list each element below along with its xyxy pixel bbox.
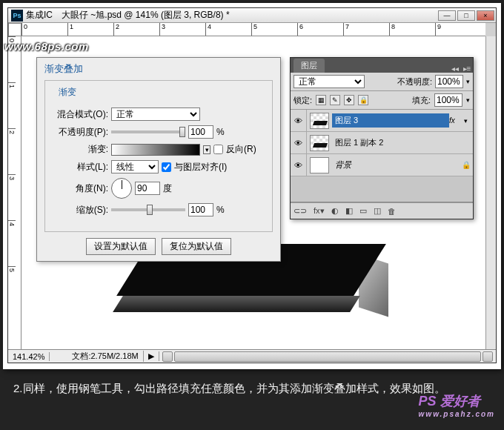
status-arrow[interactable]: ▶: [144, 351, 159, 361]
fx-indicator[interactable]: fx: [449, 116, 464, 125]
visibility-icon[interactable]: 👁: [291, 110, 307, 131]
layer-thumb[interactable]: [310, 135, 329, 151]
layer-opacity-label: 不透明度:: [397, 76, 432, 87]
lock-label: 锁定:: [294, 95, 312, 106]
maximize-button[interactable]: □: [457, 10, 475, 21]
lock-move-icon[interactable]: ✥: [344, 95, 354, 105]
trash-icon[interactable]: 🗑: [388, 207, 396, 216]
gradient-dropdown-icon[interactable]: ▾: [203, 145, 210, 154]
ruler-horizontal[interactable]: 0 1 2 3 4 5 6 7 8 9: [21, 23, 485, 36]
style-label: 样式(L):: [53, 161, 108, 173]
ruler-vertical[interactable]: 0 1 2 3 4 5: [8, 36, 21, 349]
fill-label: 填充:: [412, 95, 431, 106]
opacity-slider[interactable]: [111, 130, 185, 133]
title-bar: Ps 集成IC 大眼仔 ~旭.psd @ 141% (图层 3, RGB/8) …: [8, 8, 496, 23]
reverse-label: 反向(R): [226, 143, 256, 156]
blend-mode-select[interactable]: 正常: [111, 108, 200, 121]
layer-name[interactable]: 图层 3: [332, 113, 449, 128]
layer-row[interactable]: 👁 背景 🔒: [291, 154, 473, 176]
ruler-corner: [8, 23, 21, 36]
reset-default-button[interactable]: 复位为默认值: [162, 238, 231, 255]
chevron-down-icon[interactable]: ▾: [466, 96, 470, 104]
photoshop-window: Ps 集成IC 大眼仔 ~旭.psd @ 141% (图层 3, RGB/8) …: [7, 7, 497, 363]
layer-opacity-input[interactable]: [435, 75, 463, 88]
doc-size: 文档:2.75M/2.18M: [67, 351, 143, 362]
zoom-level[interactable]: 141.42%: [8, 352, 50, 361]
scale-label: 缩放(S):: [53, 204, 108, 216]
layer-row[interactable]: 👁 图层 3 fx ▾: [291, 110, 473, 132]
blend-mode-label: 混合模式(O):: [53, 108, 108, 121]
angle-dial[interactable]: [111, 178, 132, 199]
layers-panel: 图层 ◂◂ ▸≡ 正常 不透明度: ▾ 锁定: ▦ ✎ ✥ 🔒 填充:: [290, 57, 474, 219]
horizontal-scrollbar[interactable]: [174, 351, 481, 362]
scroll-right-button[interactable]: [483, 351, 493, 362]
layer-thumb[interactable]: [310, 113, 329, 129]
caption-text: 2.同样，使用钢笔工具，勾出路径填充任意颜色，并为其添加渐变叠加样式，效果如图。: [13, 378, 491, 400]
lock-icon: 🔒: [460, 161, 473, 169]
lock-all-icon[interactable]: 🔒: [358, 95, 368, 105]
scroll-left-button[interactable]: [162, 351, 173, 362]
fieldset-title: 渐变: [56, 86, 79, 99]
group-icon[interactable]: ▭: [359, 206, 367, 216]
watermark: www.68ps.com: [4, 40, 89, 53]
opacity-label: 不透明度(P):: [53, 126, 108, 139]
layer-blend-select[interactable]: 正常: [294, 75, 365, 88]
layers-tab[interactable]: 图层: [294, 59, 325, 73]
layer-thumb[interactable]: [310, 157, 329, 173]
layers-footer: ⊂⊃ fx▾ ◐ ◧ ▭ ◫ 🗑: [291, 202, 473, 219]
panel-menu-icon[interactable]: ▸≡: [461, 64, 473, 73]
new-layer-icon[interactable]: ◫: [374, 206, 381, 216]
fill-input[interactable]: [434, 93, 462, 107]
style-select[interactable]: 线性: [111, 160, 159, 173]
layer-list: 👁 图层 3 fx ▾ 👁 图层 1 副本 2 👁 背景 🔒: [291, 110, 473, 202]
angle-input[interactable]: [135, 182, 160, 195]
gradient-label: 渐变:: [53, 143, 108, 156]
panel-collapse-icon[interactable]: ◂◂: [449, 64, 461, 73]
visibility-icon[interactable]: 👁: [291, 154, 307, 176]
scale-input[interactable]: [188, 203, 213, 216]
gradient-overlay-dialog: 渐变叠加 渐变 混合模式(O): 正常 不透明度(P): % 渐变: ▾ 反向(…: [36, 57, 281, 262]
mask-icon[interactable]: ◐: [331, 206, 339, 216]
gradient-picker[interactable]: [111, 144, 200, 156]
close-button[interactable]: ×: [477, 10, 494, 21]
set-default-button[interactable]: 设置为默认值: [86, 238, 156, 255]
chevron-down-icon[interactable]: ▾: [466, 78, 470, 85]
lock-transparent-icon[interactable]: ▦: [316, 95, 326, 105]
visibility-icon[interactable]: 👁: [291, 132, 307, 153]
vertical-scrollbar[interactable]: [485, 36, 496, 349]
layer-name[interactable]: 背景: [332, 158, 460, 172]
layer-name[interactable]: 图层 1 副本 2: [332, 136, 473, 150]
reverse-checkbox[interactable]: [213, 145, 223, 154]
status-bar: 141.42% 文档:2.75M/2.18M ▶: [8, 349, 496, 363]
lock-brush-icon[interactable]: ✎: [330, 95, 340, 105]
window-title: 集成IC 大眼仔 ~旭.psd @ 141% (图层 3, RGB/8) *: [26, 9, 230, 22]
app-icon: Ps: [11, 10, 23, 22]
layer-row[interactable]: 👁 图层 1 副本 2: [291, 132, 473, 154]
adjustment-icon[interactable]: ◧: [345, 206, 353, 216]
chevron-down-icon[interactable]: ▾: [464, 117, 473, 125]
link-icon[interactable]: ⊂⊃: [294, 206, 307, 216]
fx-icon[interactable]: fx▾: [314, 206, 325, 216]
dialog-title: 渐变叠加: [37, 58, 280, 77]
align-label: 与图层对齐(I): [174, 161, 227, 173]
minimize-button[interactable]: —: [438, 10, 456, 21]
angle-label: 角度(N):: [53, 182, 108, 195]
opacity-input[interactable]: [188, 125, 213, 139]
align-checkbox[interactable]: [162, 162, 171, 172]
scale-slider[interactable]: [111, 208, 185, 211]
